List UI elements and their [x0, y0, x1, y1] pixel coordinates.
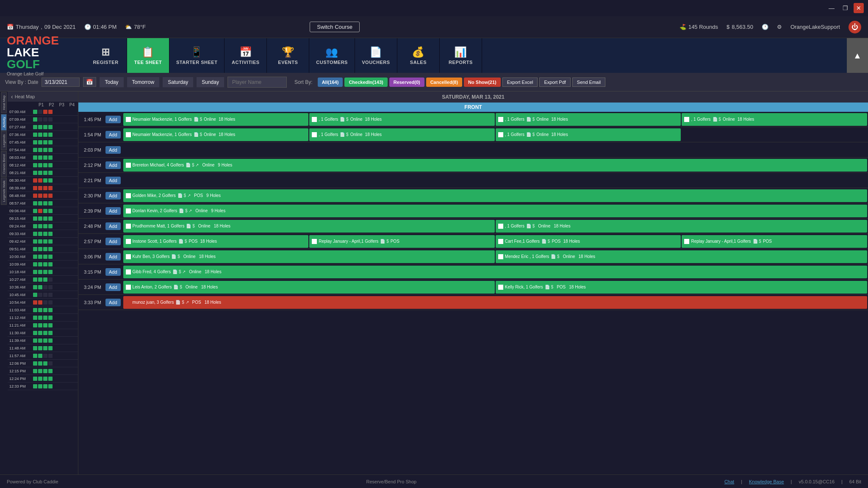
- slot-checkbox[interactable]: [126, 224, 131, 229]
- tee-slot[interactable]: Instone Scott, 1 Golfers 📄 $ POS 18 Hole…: [123, 235, 309, 248]
- nav-item-starter[interactable]: 📱 STARTER SHEET: [169, 38, 225, 73]
- tee-slot[interactable]: munoz juan, 3 Golfers 📄 $ ↗ POS 18 Holes: [123, 296, 867, 309]
- tee-slot[interactable]: Neumaier Mackenzie, 1 Golfers 📄 $ Online…: [123, 113, 309, 126]
- close-button[interactable]: ✕: [854, 3, 864, 13]
- add-button[interactable]: Add: [105, 268, 121, 276]
- slot-checkbox[interactable]: [498, 285, 503, 290]
- tee-slot[interactable]: , 1 Golfers 📄 $ Online 18 Holes: [309, 113, 495, 126]
- saturday-button[interactable]: Saturday: [163, 77, 193, 87]
- filter-all-button[interactable]: All(164): [318, 78, 343, 87]
- add-button[interactable]: Add: [105, 207, 121, 215]
- username-value: OrangeLakeSupport: [790, 24, 840, 30]
- tee-slot[interactable]: , 1 Golfers 📄 $ Online 18 Holes: [682, 113, 867, 126]
- slot-checkbox[interactable]: [126, 117, 131, 122]
- slot-checkbox[interactable]: [312, 132, 317, 137]
- tee-slot[interactable]: , 1 Golfers 📄 $ Online 18 Holes: [496, 113, 681, 126]
- slot-checkbox[interactable]: [126, 193, 131, 198]
- slot-checkbox[interactable]: [498, 132, 503, 137]
- heat-map-prev[interactable]: ‹: [11, 93, 13, 100]
- filter-checkedin-button[interactable]: CheckedIn(143): [344, 78, 387, 87]
- nav-arrow-button[interactable]: ▲: [847, 38, 868, 73]
- tee-slot[interactable]: Donlan Kevin, 2 Golfers 📄 $ ↗ Online 9 H…: [123, 205, 867, 217]
- slot-checkbox[interactable]: [126, 163, 131, 168]
- tee-slot[interactable]: , 1 Golfers 📄 $ Online 18 Holes: [496, 220, 867, 233]
- add-button[interactable]: Add: [105, 131, 121, 139]
- add-button[interactable]: Add: [105, 116, 121, 123]
- slot-checkbox[interactable]: [126, 269, 131, 274]
- slot-checkbox[interactable]: [498, 239, 503, 244]
- player-search-input[interactable]: [227, 77, 287, 88]
- tee-slot[interactable]: , 1 Golfers 📄 $ Online 18 Holes: [496, 128, 681, 141]
- nav-item-events[interactable]: 🏆 EVENTS: [267, 38, 309, 73]
- side-tab-activity[interactable]: Activity: [1, 114, 7, 130]
- slot-checkbox[interactable]: [312, 239, 317, 244]
- nav-item-sales[interactable]: 💰 SALES: [397, 38, 440, 73]
- side-tab-cranesbend[interactable]: Cranes Bend: [1, 151, 7, 177]
- add-button[interactable]: Add: [105, 238, 121, 245]
- add-button[interactable]: Add: [105, 161, 121, 169]
- sunday-button[interactable]: Sunday: [197, 77, 224, 87]
- add-button[interactable]: Add: [105, 177, 121, 184]
- side-tab-heatmap[interactable]: Heat Map: [1, 92, 7, 113]
- slot-checkbox[interactable]: [684, 117, 689, 122]
- filter-noshow-button[interactable]: No Show(21): [464, 78, 501, 87]
- date-input[interactable]: [42, 78, 80, 87]
- tee-slot[interactable]: Neumaier Mackenzie, 1 Golfers 📄 $ Online…: [123, 128, 309, 141]
- export-excel-button[interactable]: Export Excel: [502, 78, 538, 87]
- tee-slot[interactable]: Golden Mike, 2 Golfers 📄 $ ↗ POS 9 Holes: [123, 189, 867, 202]
- tee-slot[interactable]: Brereton Michael, 4 Golfers 📄 $ ↗ Online…: [123, 159, 867, 172]
- minimize-button[interactable]: —: [826, 3, 837, 13]
- slot-checkbox[interactable]: [498, 254, 503, 259]
- slot-checkbox[interactable]: [126, 239, 131, 244]
- slot-checkbox[interactable]: [126, 285, 131, 290]
- nav-item-vouchers[interactable]: 📄 VOUCHERS: [355, 38, 397, 73]
- tee-slot[interactable]: Kuhr Ben, 3 Golfers 📄 $ Online 18 Holes: [123, 250, 495, 263]
- slot-checkbox[interactable]: [126, 300, 131, 305]
- tomorrow-button[interactable]: Tomorrow: [127, 77, 160, 87]
- nav-item-register[interactable]: ⊞ REGISTER: [85, 38, 127, 73]
- tee-slot[interactable]: Kelly Rick, 1 Golfers 📄 $ POS 18 Holes: [496, 281, 867, 294]
- tee-slot[interactable]: Replay January - April,1 Golfers 📄 $ POS: [309, 235, 495, 248]
- nav-item-reports[interactable]: 📊 REPORTS: [440, 38, 482, 73]
- knowledge-base-link[interactable]: Knowledge Base: [749, 479, 784, 484]
- slot-checkbox[interactable]: [312, 117, 317, 122]
- slot-checkbox[interactable]: [498, 224, 503, 229]
- tee-slot[interactable]: Cart Fee,1 Golfers 📄 $ POS 18 Holes: [496, 235, 681, 248]
- tee-slot[interactable]: Leis Anton, 2 Golfers 📄 $ Online 18 Hole…: [123, 281, 495, 294]
- add-button[interactable]: Add: [105, 299, 121, 306]
- slot-checkbox[interactable]: [684, 239, 689, 244]
- time-label: 10:27 AM: [9, 277, 31, 282]
- tee-slot[interactable]: Prudhomme Matt, 1 Golfers 📄 $ Online 18 …: [123, 220, 495, 233]
- slot-checkbox[interactable]: [498, 117, 503, 122]
- calendar-button[interactable]: 📅: [83, 77, 96, 87]
- filter-cancelled-button[interactable]: Cancelled(8): [426, 78, 462, 87]
- nav-item-activities[interactable]: 📅 ACTIVITIES: [225, 38, 267, 73]
- tee-slot[interactable]: Replay January - April,1 Golfers 📄 $ POS: [682, 235, 867, 248]
- add-button[interactable]: Add: [105, 253, 121, 261]
- add-button[interactable]: Add: [105, 283, 121, 291]
- slot-icons: 📄 $: [551, 254, 559, 259]
- slot-checkbox[interactable]: [126, 208, 131, 214]
- switch-course-button[interactable]: Switch Course: [310, 22, 360, 32]
- side-tab-legends[interactable]: Legends: [1, 131, 7, 150]
- tee-slot[interactable]: Gibb Fred, 4 Golfers 📄 $ ↗ Online 18 Hol…: [123, 266, 867, 278]
- export-pdf-button[interactable]: Export Pdf: [539, 78, 570, 87]
- tee-slot[interactable]: Mendez Eric , 1 Golfers 📄 $ Online 18 Ho…: [496, 250, 867, 263]
- nav-item-customers[interactable]: 👥 CUSTOMERS: [309, 38, 355, 73]
- power-button[interactable]: ⏻: [849, 21, 861, 33]
- side-tab-legendswalk[interactable]: Legends Walk: [1, 177, 7, 205]
- slot-checkbox[interactable]: [126, 254, 131, 259]
- tee-slot[interactable]: , 1 Golfers 📄 $ Online 18 Holes: [309, 128, 495, 141]
- add-button[interactable]: Add: [105, 222, 121, 230]
- time-label: 07:54 AM: [9, 148, 31, 152]
- restore-button[interactable]: ❐: [840, 3, 850, 13]
- nav-item-teesheet[interactable]: 📋 TEE SHEET: [127, 38, 169, 73]
- bit-label: 64 Bit: [849, 479, 861, 484]
- add-button[interactable]: Add: [105, 192, 121, 200]
- filter-reserved-button[interactable]: Reserved(0): [389, 78, 424, 87]
- add-button[interactable]: Add: [105, 146, 121, 154]
- slot-checkbox[interactable]: [126, 132, 131, 137]
- send-email-button[interactable]: Send Email: [572, 78, 605, 87]
- today-button[interactable]: Today: [100, 77, 123, 87]
- chat-link[interactable]: Chat: [724, 479, 734, 484]
